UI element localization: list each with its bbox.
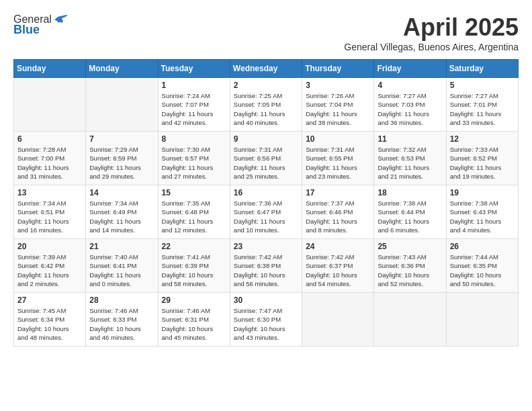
day-number: 6 [17,134,82,144]
day-number: 17 [306,188,370,197]
day-info: Sunrise: 7:47 AM Sunset: 6:30 PM Dayligh… [234,306,298,342]
day-info: Sunrise: 7:34 AM Sunset: 6:49 PM Dayligh… [89,199,154,234]
day-info: Sunrise: 7:28 AM Sunset: 7:00 PM Dayligh… [17,145,82,181]
day-info: Sunrise: 7:36 AM Sunset: 6:47 PM Dayligh… [234,199,298,234]
weekday-header-friday: Friday [374,60,446,78]
day-info: Sunrise: 7:34 AM Sunset: 6:51 PM Dayligh… [17,199,82,234]
calendar-week-3: 13Sunrise: 7:34 AM Sunset: 6:51 PM Dayli… [14,185,519,239]
calendar-cell: 12Sunrise: 7:33 AM Sunset: 6:52 PM Dayli… [446,132,518,185]
day-number: 2 [234,81,298,90]
day-info: Sunrise: 7:29 AM Sunset: 6:59 PM Dayligh… [89,145,154,181]
day-number: 19 [450,188,515,197]
weekday-header-monday: Monday [86,60,158,78]
day-number: 3 [306,81,370,90]
day-info: Sunrise: 7:31 AM Sunset: 6:55 PM Dayligh… [306,145,370,181]
day-info: Sunrise: 7:37 AM Sunset: 6:46 PM Dayligh… [306,199,370,234]
location-subtitle: General Villegas, Buenos Aires, Argentin… [344,42,519,52]
calendar-cell: 6Sunrise: 7:28 AM Sunset: 7:00 PM Daylig… [14,132,86,185]
day-number: 16 [234,188,298,197]
calendar-cell: 22Sunrise: 7:41 AM Sunset: 6:39 PM Dayli… [158,239,230,293]
calendar-cell: 25Sunrise: 7:43 AM Sunset: 6:36 PM Dayli… [374,239,446,293]
day-info: Sunrise: 7:38 AM Sunset: 6:43 PM Dayligh… [450,199,515,234]
calendar-week-4: 20Sunrise: 7:39 AM Sunset: 6:42 PM Dayli… [14,239,519,293]
page-header: General Blue April 2025 General Villegas… [13,13,519,52]
weekday-header-wednesday: Wednesday [230,60,302,78]
calendar-cell: 15Sunrise: 7:35 AM Sunset: 6:48 PM Dayli… [158,185,230,239]
day-number: 14 [89,188,154,197]
calendar-cell: 30Sunrise: 7:47 AM Sunset: 6:30 PM Dayli… [230,293,302,347]
weekday-header-sunday: Sunday [14,60,86,78]
calendar-cell: 8Sunrise: 7:30 AM Sunset: 6:57 PM Daylig… [158,132,230,185]
calendar-cell: 16Sunrise: 7:36 AM Sunset: 6:47 PM Dayli… [230,185,302,239]
calendar-cell [86,78,158,132]
day-info: Sunrise: 7:39 AM Sunset: 6:42 PM Dayligh… [17,253,82,288]
calendar-cell: 2Sunrise: 7:25 AM Sunset: 7:05 PM Daylig… [230,78,302,132]
calendar-cell: 13Sunrise: 7:34 AM Sunset: 6:51 PM Dayli… [14,185,86,239]
day-info: Sunrise: 7:26 AM Sunset: 7:04 PM Dayligh… [306,91,370,127]
day-number: 8 [162,134,226,144]
day-number: 18 [378,188,442,197]
calendar-week-5: 27Sunrise: 7:45 AM Sunset: 6:34 PM Dayli… [14,293,519,347]
day-number: 23 [234,242,298,251]
calendar-cell: 28Sunrise: 7:46 AM Sunset: 6:33 PM Dayli… [86,293,158,347]
calendar-cell: 23Sunrise: 7:42 AM Sunset: 6:38 PM Dayli… [230,239,302,293]
day-number: 21 [89,242,154,251]
day-info: Sunrise: 7:24 AM Sunset: 7:07 PM Dayligh… [162,91,226,127]
day-info: Sunrise: 7:44 AM Sunset: 6:35 PM Dayligh… [450,253,515,288]
day-info: Sunrise: 7:46 AM Sunset: 6:31 PM Dayligh… [162,306,226,342]
day-info: Sunrise: 7:30 AM Sunset: 6:57 PM Dayligh… [162,145,226,181]
calendar-table: SundayMondayTuesdayWednesdayThursdayFrid… [13,59,519,347]
day-info: Sunrise: 7:40 AM Sunset: 6:41 PM Dayligh… [89,253,154,288]
logo-blue-text: Blue [13,23,40,37]
calendar-cell: 21Sunrise: 7:40 AM Sunset: 6:41 PM Dayli… [86,239,158,293]
calendar-cell: 14Sunrise: 7:34 AM Sunset: 6:49 PM Dayli… [86,185,158,239]
calendar-cell: 29Sunrise: 7:46 AM Sunset: 6:31 PM Dayli… [158,293,230,347]
calendar-cell: 27Sunrise: 7:45 AM Sunset: 6:34 PM Dayli… [14,293,86,347]
calendar-cell: 9Sunrise: 7:31 AM Sunset: 6:56 PM Daylig… [230,132,302,185]
logo: General Blue [13,13,68,37]
day-number: 1 [162,81,226,90]
day-number: 9 [234,134,298,144]
day-info: Sunrise: 7:41 AM Sunset: 6:39 PM Dayligh… [162,253,226,288]
weekday-header-saturday: Saturday [446,60,518,78]
day-number: 28 [89,295,154,305]
calendar-cell: 11Sunrise: 7:32 AM Sunset: 6:53 PM Dayli… [374,132,446,185]
day-info: Sunrise: 7:42 AM Sunset: 6:37 PM Dayligh… [306,253,370,288]
day-info: Sunrise: 7:43 AM Sunset: 6:36 PM Dayligh… [378,253,442,288]
weekday-header-tuesday: Tuesday [158,60,230,78]
day-number: 30 [234,295,298,305]
calendar-cell: 18Sunrise: 7:38 AM Sunset: 6:44 PM Dayli… [374,185,446,239]
day-number: 22 [162,242,226,251]
day-number: 11 [378,134,442,144]
logo-bird-icon [53,13,68,26]
day-info: Sunrise: 7:27 AM Sunset: 7:01 PM Dayligh… [450,91,515,127]
day-number: 25 [378,242,442,251]
calendar-cell: 17Sunrise: 7:37 AM Sunset: 6:46 PM Dayli… [302,185,374,239]
day-info: Sunrise: 7:33 AM Sunset: 6:52 PM Dayligh… [450,145,515,181]
day-number: 24 [306,242,370,251]
title-block: April 2025 General Villegas, Buenos Aire… [344,13,519,52]
calendar-week-1: 1Sunrise: 7:24 AM Sunset: 7:07 PM Daylig… [14,78,519,132]
day-number: 7 [89,134,154,144]
day-number: 5 [450,81,515,90]
calendar-cell: 3Sunrise: 7:26 AM Sunset: 7:04 PM Daylig… [302,78,374,132]
calendar-cell: 7Sunrise: 7:29 AM Sunset: 6:59 PM Daylig… [86,132,158,185]
day-info: Sunrise: 7:45 AM Sunset: 6:34 PM Dayligh… [17,306,82,342]
calendar-cell: 20Sunrise: 7:39 AM Sunset: 6:42 PM Dayli… [14,239,86,293]
day-number: 27 [17,295,82,305]
calendar-cell: 1Sunrise: 7:24 AM Sunset: 7:07 PM Daylig… [158,78,230,132]
day-info: Sunrise: 7:38 AM Sunset: 6:44 PM Dayligh… [378,199,442,234]
calendar-week-2: 6Sunrise: 7:28 AM Sunset: 7:00 PM Daylig… [14,132,519,185]
day-number: 12 [450,134,515,144]
weekday-header-row: SundayMondayTuesdayWednesdayThursdayFrid… [14,60,519,78]
calendar-cell [14,78,86,132]
day-number: 20 [17,242,82,251]
calendar-cell: 26Sunrise: 7:44 AM Sunset: 6:35 PM Dayli… [446,239,518,293]
day-info: Sunrise: 7:46 AM Sunset: 6:33 PM Dayligh… [89,306,154,342]
calendar-cell [302,293,374,347]
day-info: Sunrise: 7:32 AM Sunset: 6:53 PM Dayligh… [378,145,442,181]
weekday-header-thursday: Thursday [302,60,374,78]
day-info: Sunrise: 7:31 AM Sunset: 6:56 PM Dayligh… [234,145,298,181]
day-number: 10 [306,134,370,144]
calendar-cell: 5Sunrise: 7:27 AM Sunset: 7:01 PM Daylig… [446,78,518,132]
